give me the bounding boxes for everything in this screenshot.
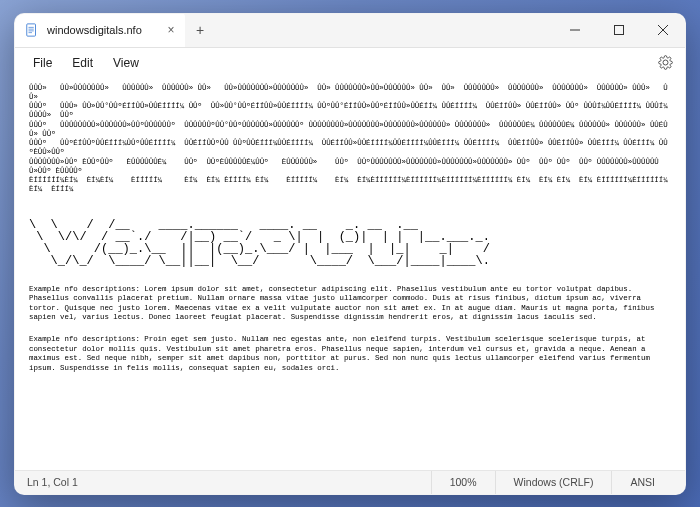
app-window: windowsdigitals.nfo × + File Edit View bbox=[14, 13, 686, 495]
file-icon bbox=[25, 23, 39, 37]
status-zoom[interactable]: 100% bbox=[431, 471, 495, 494]
window-controls bbox=[553, 13, 685, 47]
menu-view[interactable]: View bbox=[103, 52, 149, 74]
maximize-button[interactable] bbox=[597, 13, 641, 47]
close-button[interactable] bbox=[641, 13, 685, 47]
menu-file[interactable]: File bbox=[23, 52, 62, 74]
status-position[interactable]: Ln 1, Col 1 bbox=[27, 476, 431, 488]
file-tab[interactable]: windowsdigitals.nfo × bbox=[15, 13, 185, 47]
svg-rect-2 bbox=[615, 26, 624, 35]
maximize-icon bbox=[614, 25, 624, 35]
new-tab-button[interactable]: + bbox=[185, 15, 215, 45]
status-line-ending[interactable]: Windows (CRLF) bbox=[495, 471, 612, 494]
svg-rect-0 bbox=[27, 24, 36, 36]
statusbar: Ln 1, Col 1 100% Windows (CRLF) ANSI bbox=[15, 470, 685, 494]
text-content[interactable]: ÛÛÛ» ÛÛ»ÛÛÛÛÛÛÛ» ÛÛÛÛÛÛ» ÛÛÛÛÛÛ» ÛÛ» ÛÛ»… bbox=[15, 78, 685, 470]
gear-icon bbox=[658, 55, 673, 70]
menubar: File Edit View bbox=[15, 48, 685, 78]
tab-close-button[interactable]: × bbox=[163, 22, 179, 38]
nfo-header-block: ÛÛÛ» ÛÛ»ÛÛÛÛÛÛÛ» ÛÛÛÛÛÛ» ÛÛÛÛÛÛ» ÛÛ» ÛÛ»… bbox=[29, 84, 671, 195]
paragraph-2: Example nfo descriptions: Proin eget sem… bbox=[29, 335, 671, 374]
minimize-icon bbox=[570, 25, 580, 35]
menu-edit[interactable]: Edit bbox=[62, 52, 103, 74]
settings-button[interactable] bbox=[653, 51, 677, 75]
titlebar: windowsdigitals.nfo × + bbox=[15, 14, 685, 48]
close-icon bbox=[658, 25, 668, 35]
tab-title: windowsdigitals.nfo bbox=[47, 24, 155, 36]
paragraph-1: Example nfo descriptions: Lorem ipsum do… bbox=[29, 285, 671, 324]
status-encoding[interactable]: ANSI bbox=[611, 471, 673, 494]
minimize-button[interactable] bbox=[553, 13, 597, 47]
ascii-art-block: \ \ / /__ ____.______ ____. __ _. __ .__… bbox=[29, 219, 671, 267]
